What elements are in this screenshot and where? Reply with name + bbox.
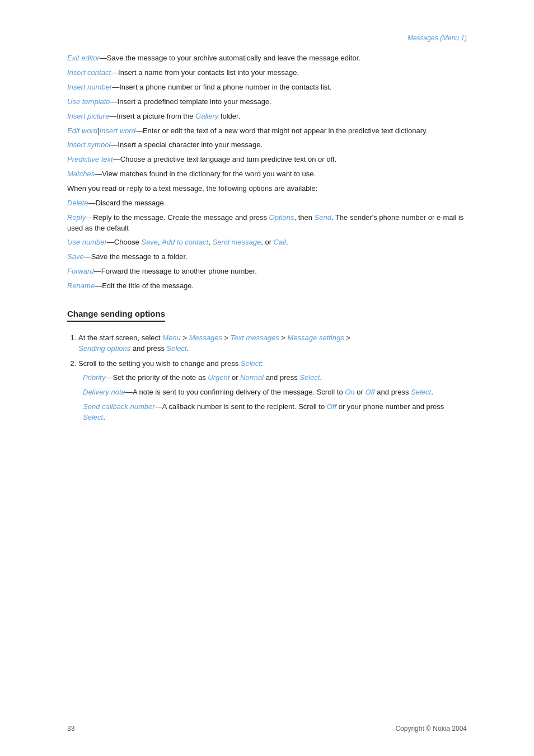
link-send-callback: Send callback number [83,402,155,411]
link-call: Call [274,238,286,246]
link-priority: Priority [83,373,105,382]
entry-exit-editor: Exit editor—Save the message to your arc… [67,53,467,64]
step2-text-before: Scroll to the setting you wish to change… [78,359,241,368]
step2-text-after: : [261,359,263,368]
text-priority4: . [320,373,322,382]
step1-sep2: > [222,334,231,342]
link-delivery-note: Delivery note [83,388,125,396]
step2-link-select: Select [241,359,261,368]
link-save-opt: Save [141,238,158,246]
text-priority2: or [229,373,240,382]
text-delivery-note3: and press [375,388,411,396]
entry-insert-symbol: Insert symbol—Insert a special character… [67,140,467,151]
step1-text-before: At the start screen, select [78,334,162,342]
link-select-priority: Select [299,373,320,382]
link-add-to-contact: Add to contact [162,238,208,246]
text-send-callback: —A callback number is sent to the recipi… [155,402,327,411]
link-send-message: Send message [212,238,261,246]
entry-rename: Rename—Edit the title of the message. [67,281,467,292]
text-use-number: —Choose [107,238,141,246]
text-priority3: and press [264,373,299,382]
text-delivery-note4: . [431,388,433,396]
step1-text-after: and press [130,344,166,353]
sub-entries: Priority—Set the priority of the note as… [83,373,467,422]
text-predictive-text: —Choose a predictive text language and t… [113,155,336,163]
entry-when-read: When you read or reply to a text message… [67,184,467,194]
text-use-template: —Insert a predefined template into your … [110,97,271,106]
entry-use-number: Use number—Choose Save, Add to contact, … [67,237,467,248]
link-rename: Rename [67,281,95,290]
link-edit-word: Edit word [67,126,97,135]
text-rename: —Edit the title of the message. [95,281,194,290]
entry-forward: Forward—Forward the message to another p… [67,266,467,277]
link-insert-symbol: Insert symbol [67,140,110,149]
sub-entry-priority: Priority—Set the priority of the note as… [83,373,467,383]
step1-link-textmessages: Text messages [231,334,279,342]
text-insert-contact: —Insert a name from your contacts list i… [111,68,299,77]
step1-link-menu: Menu [162,334,181,342]
link-save: Save [67,252,84,261]
link-forward: Forward [67,267,94,275]
section-heading: Change sending options [67,308,165,322]
text-insert-number: —Insert a phone number or find a phone n… [112,83,331,91]
text-delivery-note: —A note is sent to you confirming delive… [125,388,345,396]
step-1: At the start screen, select Menu > Messa… [78,333,467,354]
link-reply: Reply [67,213,86,222]
text-edit-word: —Enter or edit the text of a new word th… [135,126,428,135]
link-insert-number: Insert number [67,83,112,91]
page-number: 33 [67,724,74,734]
sub-entry-send-callback: Send callback number—A callback number i… [83,402,467,423]
text-delete: —Discard the message. [88,199,166,207]
entry-insert-contact: Insert contact—Insert a name from your c… [67,68,467,78]
link-off-callback: Off [327,402,336,411]
sub-entry-delivery-note: Delivery note—A note is sent to you conf… [83,387,467,398]
text-reply: —Reply to the message. Create the messag… [86,213,269,222]
step1-link-select: Select [167,344,187,353]
text-reply2: , then [294,213,314,222]
link-select-callback: Select [83,413,103,421]
step1-link-msgsettings: Message settings [288,334,344,342]
link-on: On [345,388,354,396]
text-forward: —Forward the message to another phone nu… [94,267,257,275]
text-send-callback3: . [103,413,105,421]
link-exit-editor: Exit editor [67,54,100,62]
page-footer: 33 Copyright © Nokia 2004 [0,724,534,734]
section-heading-wrapper: Change sending options [67,295,467,329]
header-text: Messages (Menu 1) [407,34,467,42]
copyright: Copyright © Nokia 2004 [395,724,467,734]
text-save: —Save the message to a folder. [84,252,188,261]
section-change-sending: Change sending options At the start scre… [67,295,467,423]
text-insert-symbol: —Insert a special character into your me… [110,140,263,149]
step1-sep1: > [181,334,189,342]
entry-predictive-text: Predictive text—Choose a predictive text… [67,154,467,165]
link-predictive-text: Predictive text [67,155,113,163]
link-insert-picture: Insert picture [67,112,109,120]
link-use-number: Use number [67,238,107,246]
text-insert-picture2: folder. [218,112,240,120]
link-use-template: Use template [67,97,110,106]
link-delete: Delete [67,199,88,207]
text-use-number5: . [286,238,288,246]
text-exit-editor: —Save the message to your archive automa… [100,54,360,62]
step1-link-sendingoptions: Sending options [78,344,130,353]
entry-save: Save—Save the message to a folder. [67,252,467,262]
entry-reply: Reply—Reply to the message. Create the m… [67,213,467,234]
step1-link-messages: Messages [189,334,222,342]
text-use-number4: , or [261,238,273,246]
text-send-callback2: or your phone number and press [336,402,444,411]
entry-matches: Matches—View matches found in the dictio… [67,169,467,180]
step-2: Scroll to the setting you wish to change… [78,359,467,422]
text-priority: —Set the priority of the note as [105,373,208,382]
link-select-delivery: Select [411,388,431,396]
text-delivery-note2: or [355,388,366,396]
link-insert-contact: Insert contact [67,68,111,77]
text-matches: —View matches found in the dictionary fo… [95,170,316,178]
link-send: Send [315,213,331,222]
text-when-read: When you read or reply to a text message… [67,184,467,194]
link-insert-word: Insert word [100,126,135,135]
numbered-list: At the start screen, select Menu > Messa… [78,333,467,422]
entry-edit-word: Edit word|Insert word—Enter or edit the … [67,126,467,137]
link-off: Off [365,388,374,396]
page: Messages (Menu 1) Exit editor—Save the m… [0,0,534,756]
text-insert-picture: —Insert a picture from the [109,112,195,120]
